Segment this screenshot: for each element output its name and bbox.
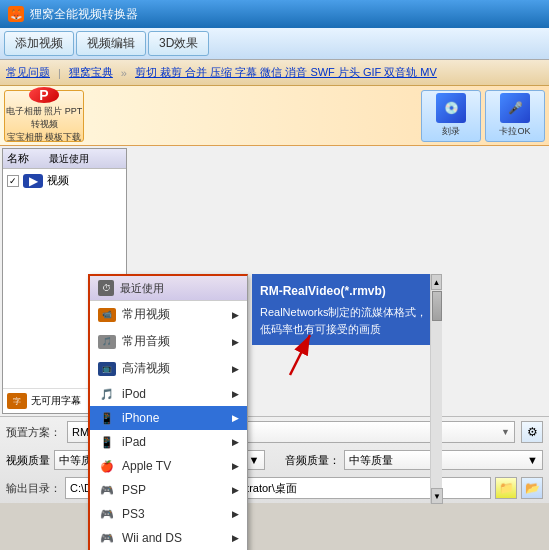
title-bar: 🦊 狸窝全能视频转换器 [0, 0, 549, 28]
banner-right: 💿 刻录 🎤 卡拉OK [417, 86, 549, 146]
menu-item-ipod-label: iPod [122, 387, 146, 401]
karaoke-icon: 🎤 [500, 93, 530, 123]
menu-item-wii-label: Wii and DS [122, 531, 182, 545]
menu-arrow-9: ▶ [232, 509, 239, 519]
nav-sep2: » [121, 67, 127, 79]
menu-item-ps3-label: PS3 [122, 507, 145, 521]
scrollbar[interactable]: ▲ ▼ [430, 274, 442, 504]
add-video-button[interactable]: 添加视频 [4, 31, 74, 56]
menu-item-hd-video-label: 高清视频 [122, 360, 170, 377]
wii-icon: 🎮 [98, 531, 116, 545]
tooltip-title: RM-RealVideo(*.rmvb) [260, 282, 434, 300]
ipod-icon: 🎵 [98, 387, 116, 401]
menu-arrow-1: ▶ [232, 310, 239, 320]
format-submenu-area: RM-RealVideo(*.rmvb) RealNetworks制定的流媒体格… [248, 274, 442, 550]
menu-arrow-3: ▶ [232, 364, 239, 374]
menu-item-common-audio-label: 常用音频 [122, 333, 170, 350]
apple-tv-icon: 🍎 [98, 459, 116, 473]
col-name: 名称 [7, 151, 29, 166]
nav-sep1: | [58, 67, 61, 79]
menu-header: ⏱ 最近使用 [90, 276, 247, 301]
preset-settings-btn[interactable]: ⚙ [521, 421, 543, 443]
subtitle-icon: 字 [7, 393, 27, 409]
common-audio-icon: 🎵 [98, 335, 116, 349]
ps3-icon: 🎮 [98, 507, 116, 521]
banner-item-karaoke[interactable]: 🎤 卡拉OK [485, 90, 545, 142]
menu-item-ipod[interactable]: 🎵 iPod ▶ [90, 382, 247, 406]
menu-item-wii[interactable]: 🎮 Wii and DS ▶ [90, 526, 247, 550]
scroll-up-btn[interactable]: ▲ [431, 274, 442, 290]
menu-item-apple-tv[interactable]: 🍎 Apple TV ▶ [90, 454, 247, 478]
3d-effects-button[interactable]: 3D效果 [148, 31, 209, 56]
menu-item-psp[interactable]: 🎮 PSP ▶ [90, 478, 247, 502]
video-quality-label: 视频质量 [6, 453, 50, 468]
tooltip-desc: RealNetworks制定的流媒体格式，低码率也有可接受的画质 [260, 304, 434, 337]
menu-item-ipad-label: iPad [122, 435, 146, 449]
hd-video-icon: 📺 [98, 362, 116, 376]
menu-item-common-audio[interactable]: 🎵 常用音频 ▶ [90, 328, 247, 355]
banner-item-karaoke-label: 卡拉OK [499, 125, 530, 138]
nav-bar: 常见问题 | 狸窝宝典 » 剪切 裁剪 合并 压缩 字幕 微信 消音 SWF 片… [0, 60, 549, 86]
format-menu: ⏱ 最近使用 📹 常用视频 ▶ 🎵 常用音频 ▶ 📺 高清视频 ▶ 🎵 [88, 274, 248, 550]
banner-item-burn[interactable]: 💿 刻录 [421, 90, 481, 142]
common-video-icon: 📹 [98, 308, 116, 322]
iphone-icon: 📱 [98, 411, 116, 425]
menu-item-ps3[interactable]: 🎮 PS3 ▶ [90, 502, 247, 526]
psp-icon: 🎮 [98, 483, 116, 497]
file-list-header: 名称 最近使用 [3, 149, 126, 169]
preset-label: 预置方案： [6, 425, 61, 440]
menu-header-label: 最近使用 [120, 281, 164, 296]
menu-arrow-5: ▶ [232, 413, 239, 423]
scroll-thumb[interactable] [432, 291, 442, 321]
menu-arrow-7: ▶ [232, 461, 239, 471]
file-type-icon: ▶ [23, 174, 43, 188]
app-title: 狸窝全能视频转换器 [30, 6, 138, 23]
preset-select-arrow: ▼ [501, 427, 510, 437]
col-recent: 最近使用 [49, 152, 89, 166]
menu-item-iphone-label: iPhone [122, 411, 159, 425]
banner-left: P 电子相册 照片 PPT转视频宝宝相册 模板下载 [0, 86, 417, 146]
slideshow-icon: P [29, 87, 59, 103]
nav-links: 剪切 裁剪 合并 压缩 字幕 微信 消音 SWF 片头 GIF 双音轨 MV [135, 65, 437, 80]
audio-quality-arrow: ▼ [527, 454, 538, 466]
browse-folder-btn[interactable]: 📁 [495, 477, 517, 499]
menu-arrow-10: ▶ [232, 533, 239, 543]
banner: P 电子相册 照片 PPT转视频宝宝相册 模板下载 💿 刻录 🎤 卡拉OK [0, 86, 549, 146]
menu-header-icon: ⏱ [98, 280, 114, 296]
edit-video-button[interactable]: 视频编辑 [76, 31, 146, 56]
output-label: 输出目录： [6, 481, 61, 496]
scroll-down-btn[interactable]: ▼ [431, 488, 443, 504]
menu-arrow-4: ▶ [232, 389, 239, 399]
brand-link[interactable]: 狸窝宝典 [69, 65, 113, 80]
file-name: 视频 [47, 173, 69, 188]
banner-item-slideshow[interactable]: P 电子相册 照片 PPT转视频宝宝相册 模板下载 [4, 90, 84, 142]
banner-item-slideshow-label: 电子相册 照片 PPT转视频宝宝相册 模板下载 [5, 105, 83, 144]
banner-item-burn-label: 刻录 [442, 125, 460, 138]
menu-arrow-8: ▶ [232, 485, 239, 495]
menu-item-common-video[interactable]: 📹 常用视频 ▶ [90, 301, 247, 328]
open-folder-btn[interactable]: 📂 [521, 477, 543, 499]
file-list-item[interactable]: ✓ ▶ 视频 [3, 169, 126, 192]
format-dropdown: ⏱ 最近使用 📹 常用视频 ▶ 🎵 常用音频 ▶ 📺 高清视频 ▶ 🎵 [88, 274, 442, 550]
toolbar: 添加视频 视频编辑 3D效果 [0, 28, 549, 60]
ipad-icon: 📱 [98, 435, 116, 449]
app-icon: 🦊 [8, 6, 24, 22]
format-tooltip: RM-RealVideo(*.rmvb) RealNetworks制定的流媒体格… [252, 274, 442, 345]
burn-icon: 💿 [436, 93, 466, 123]
faq-link[interactable]: 常见问题 [6, 65, 50, 80]
menu-item-common-video-label: 常用视频 [122, 306, 170, 323]
menu-item-hd-video[interactable]: 📺 高清视频 ▶ [90, 355, 247, 382]
menu-arrow-2: ▶ [232, 337, 239, 347]
menu-arrow-6: ▶ [232, 437, 239, 447]
menu-item-psp-label: PSP [122, 483, 146, 497]
file-checkbox[interactable]: ✓ [7, 175, 19, 187]
subtitle-label: 无可用字幕 [31, 394, 81, 408]
menu-item-apple-tv-label: Apple TV [122, 459, 171, 473]
menu-item-ipad[interactable]: 📱 iPad ▶ [90, 430, 247, 454]
menu-item-iphone[interactable]: 📱 iPhone ▶ [90, 406, 247, 430]
